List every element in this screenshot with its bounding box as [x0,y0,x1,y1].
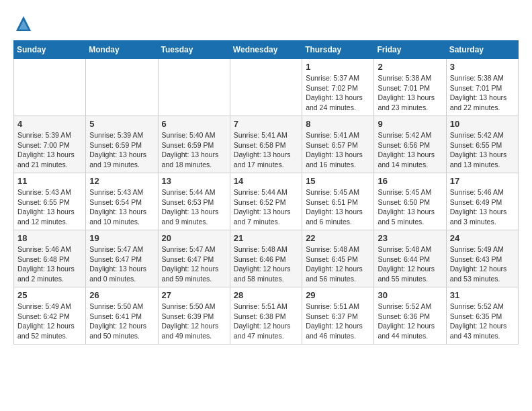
week-row-4: 18Sunrise: 5:46 AM Sunset: 6:48 PM Dayli… [14,230,519,287]
calendar-cell: 5Sunrise: 5:39 AM Sunset: 6:59 PM Daylig… [86,116,158,173]
day-header-sunday: Sunday [14,41,86,59]
cell-info: Sunrise: 5:40 AM Sunset: 6:59 PM Dayligh… [162,130,226,170]
cell-info: Sunrise: 5:42 AM Sunset: 6:55 PM Dayligh… [450,130,515,170]
cell-info: Sunrise: 5:51 AM Sunset: 6:37 PM Dayligh… [306,302,370,341]
calendar-cell [230,59,302,116]
cell-date: 2 [378,62,442,72]
cell-date: 8 [306,119,370,129]
calendar-cell: 19Sunrise: 5:47 AM Sunset: 6:47 PM Dayli… [86,230,158,287]
logo [13,13,36,34]
cell-info: Sunrise: 5:47 AM Sunset: 6:47 PM Dayligh… [89,244,154,284]
calendar-cell: 18Sunrise: 5:46 AM Sunset: 6:48 PM Dayli… [14,230,86,287]
cell-date: 19 [89,233,154,243]
header-row: SundayMondayTuesdayWednesdayThursdayFrid… [14,41,519,59]
calendar-cell: 24Sunrise: 5:49 AM Sunset: 6:43 PM Dayli… [446,230,518,287]
cell-date: 26 [89,290,154,300]
cell-date: 29 [306,290,370,300]
cell-info: Sunrise: 5:48 AM Sunset: 6:45 PM Dayligh… [306,244,370,284]
cell-date: 20 [162,233,226,243]
calendar-cell: 31Sunrise: 5:52 AM Sunset: 6:35 PM Dayli… [446,287,518,345]
cell-date: 17 [450,176,515,186]
cell-date: 6 [162,119,226,129]
calendar-cell: 3Sunrise: 5:38 AM Sunset: 7:01 PM Daylig… [446,59,518,116]
cell-info: Sunrise: 5:47 AM Sunset: 6:47 PM Dayligh… [162,244,226,284]
week-row-1: 1Sunrise: 5:37 AM Sunset: 7:02 PM Daylig… [14,59,519,116]
cell-info: Sunrise: 5:45 AM Sunset: 6:51 PM Dayligh… [306,187,370,227]
cell-date: 1 [306,62,370,72]
cell-date: 11 [17,176,82,186]
cell-date: 13 [162,176,226,186]
calendar-cell: 17Sunrise: 5:46 AM Sunset: 6:49 PM Dayli… [446,173,518,230]
cell-date: 4 [17,119,82,129]
calendar-cell: 15Sunrise: 5:45 AM Sunset: 6:51 PM Dayli… [302,173,374,230]
calendar-header: SundayMondayTuesdayWednesdayThursdayFrid… [14,41,519,59]
calendar-cell: 7Sunrise: 5:41 AM Sunset: 6:58 PM Daylig… [230,116,302,173]
day-header-monday: Monday [86,41,158,59]
calendar-cell: 14Sunrise: 5:44 AM Sunset: 6:52 PM Dayli… [230,173,302,230]
cell-info: Sunrise: 5:51 AM Sunset: 6:38 PM Dayligh… [234,302,298,341]
day-header-saturday: Saturday [446,41,518,59]
cell-info: Sunrise: 5:46 AM Sunset: 6:48 PM Dayligh… [17,244,82,284]
cell-date: 30 [378,290,442,300]
cell-info: Sunrise: 5:39 AM Sunset: 7:00 PM Dayligh… [17,130,82,170]
calendar-cell: 29Sunrise: 5:51 AM Sunset: 6:37 PM Dayli… [302,287,374,345]
calendar-cell: 30Sunrise: 5:52 AM Sunset: 6:36 PM Dayli… [374,287,446,345]
cell-date: 23 [378,233,442,243]
cell-info: Sunrise: 5:50 AM Sunset: 6:39 PM Dayligh… [162,302,226,341]
calendar-cell: 4Sunrise: 5:39 AM Sunset: 7:00 PM Daylig… [14,116,86,173]
calendar-cell: 25Sunrise: 5:49 AM Sunset: 6:42 PM Dayli… [14,287,86,345]
cell-date: 3 [450,62,515,72]
cell-date: 31 [450,290,515,300]
day-header-wednesday: Wednesday [230,41,302,59]
cell-date: 18 [17,233,82,243]
cell-date: 22 [306,233,370,243]
cell-info: Sunrise: 5:52 AM Sunset: 6:36 PM Dayligh… [378,302,442,341]
cell-info: Sunrise: 5:44 AM Sunset: 6:53 PM Dayligh… [162,187,226,227]
calendar-cell: 2Sunrise: 5:38 AM Sunset: 7:01 PM Daylig… [374,59,446,116]
calendar-cell: 16Sunrise: 5:45 AM Sunset: 6:50 PM Dayli… [374,173,446,230]
cell-info: Sunrise: 5:50 AM Sunset: 6:41 PM Dayligh… [89,302,154,341]
cell-date: 9 [378,119,442,129]
calendar-cell: 26Sunrise: 5:50 AM Sunset: 6:41 PM Dayli… [86,287,158,345]
calendar-table: SundayMondayTuesdayWednesdayThursdayFrid… [13,40,519,345]
calendar-cell: 9Sunrise: 5:42 AM Sunset: 6:56 PM Daylig… [374,116,446,173]
cell-info: Sunrise: 5:37 AM Sunset: 7:02 PM Dayligh… [306,73,370,113]
cell-info: Sunrise: 5:38 AM Sunset: 7:01 PM Dayligh… [378,73,442,113]
day-header-tuesday: Tuesday [158,41,230,59]
cell-info: Sunrise: 5:42 AM Sunset: 6:56 PM Dayligh… [378,130,442,170]
cell-info: Sunrise: 5:41 AM Sunset: 6:57 PM Dayligh… [306,130,370,170]
cell-date: 10 [450,119,515,129]
cell-info: Sunrise: 5:48 AM Sunset: 6:46 PM Dayligh… [234,244,298,284]
cell-info: Sunrise: 5:39 AM Sunset: 6:59 PM Dayligh… [89,130,154,170]
calendar-cell: 8Sunrise: 5:41 AM Sunset: 6:57 PM Daylig… [302,116,374,173]
calendar-cell: 28Sunrise: 5:51 AM Sunset: 6:38 PM Dayli… [230,287,302,345]
cell-info: Sunrise: 5:48 AM Sunset: 6:44 PM Dayligh… [378,244,442,284]
cell-info: Sunrise: 5:44 AM Sunset: 6:52 PM Dayligh… [234,187,298,227]
calendar-cell: 6Sunrise: 5:40 AM Sunset: 6:59 PM Daylig… [158,116,230,173]
cell-date: 25 [17,290,82,300]
cell-date: 7 [234,119,298,129]
cell-date: 5 [89,119,154,129]
calendar-cell: 13Sunrise: 5:44 AM Sunset: 6:53 PM Dayli… [158,173,230,230]
calendar-cell: 21Sunrise: 5:48 AM Sunset: 6:46 PM Dayli… [230,230,302,287]
calendar-cell: 11Sunrise: 5:43 AM Sunset: 6:55 PM Dayli… [14,173,86,230]
cell-info: Sunrise: 5:52 AM Sunset: 6:35 PM Dayligh… [450,302,515,341]
calendar-cell: 23Sunrise: 5:48 AM Sunset: 6:44 PM Dayli… [374,230,446,287]
cell-info: Sunrise: 5:49 AM Sunset: 6:42 PM Dayligh… [17,302,82,341]
cell-info: Sunrise: 5:43 AM Sunset: 6:55 PM Dayligh… [17,187,82,227]
page-header [13,13,519,34]
day-header-thursday: Thursday [302,41,374,59]
cell-info: Sunrise: 5:49 AM Sunset: 6:43 PM Dayligh… [450,244,515,284]
calendar-body: 1Sunrise: 5:37 AM Sunset: 7:02 PM Daylig… [14,59,519,345]
cell-date: 15 [306,176,370,186]
cell-date: 21 [234,233,298,243]
cell-date: 24 [450,233,515,243]
cell-info: Sunrise: 5:38 AM Sunset: 7:01 PM Dayligh… [450,73,515,113]
calendar-cell [86,59,158,116]
cell-date: 16 [378,176,442,186]
calendar-cell: 27Sunrise: 5:50 AM Sunset: 6:39 PM Dayli… [158,287,230,345]
cell-date: 28 [234,290,298,300]
cell-info: Sunrise: 5:45 AM Sunset: 6:50 PM Dayligh… [378,187,442,227]
calendar-cell: 12Sunrise: 5:43 AM Sunset: 6:54 PM Dayli… [86,173,158,230]
week-row-3: 11Sunrise: 5:43 AM Sunset: 6:55 PM Dayli… [14,173,519,230]
